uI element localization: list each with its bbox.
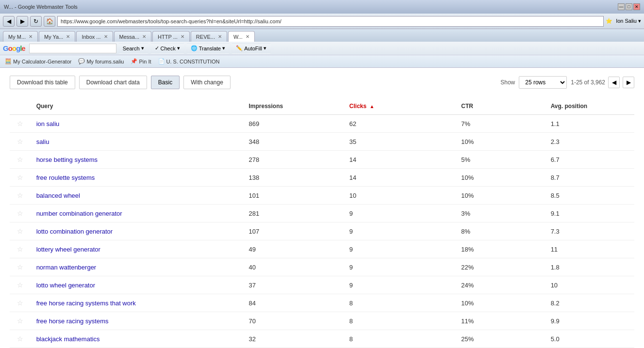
impressions-cell: 37	[243, 276, 343, 294]
query-cell: norman wattenberger	[31, 258, 243, 276]
tab-close-icon[interactable]: ✕	[104, 34, 108, 39]
google-logo: Google	[3, 44, 25, 52]
browser-search-input[interactable]	[29, 44, 116, 53]
bookmark-forums[interactable]: 💬 My forums.saliu	[76, 57, 126, 65]
star-icon[interactable]: ☆	[17, 227, 23, 235]
ctr-cell: 10%	[455, 169, 545, 187]
avg-position-cell: 5.0	[545, 330, 634, 348]
query-link[interactable]: free roulette systems	[36, 174, 95, 181]
home-button[interactable]: 🏠	[44, 16, 55, 27]
bookmark-pinit[interactable]: 📌 Pin It	[129, 57, 153, 65]
title-bar: W... - Google Webmaster Tools — □ ✕	[0, 0, 644, 14]
maximize-button[interactable]: □	[626, 3, 632, 10]
query-link[interactable]: ion saliu	[36, 120, 60, 127]
star-icon[interactable]: ☆	[17, 317, 23, 325]
download-table-button[interactable]: Download this table	[10, 76, 75, 89]
star-icon[interactable]: ☆	[17, 174, 23, 181]
query-link[interactable]: free horse racing systems	[36, 317, 109, 325]
bookmark-constitution[interactable]: 📄 U. S. CONSTITUTION	[156, 57, 222, 65]
tab-close-icon[interactable]: ✕	[246, 34, 249, 39]
minimize-button[interactable]: —	[618, 3, 625, 10]
avg-position-header: Avg. position	[545, 98, 634, 115]
basic-mode-button[interactable]: Basic	[151, 76, 180, 89]
forums-icon: 💬	[78, 58, 85, 64]
address-bar[interactable]: https://www.google.com/webmasters/tools/…	[57, 16, 604, 27]
query-link[interactable]: horse betting systems	[36, 156, 98, 163]
star-icon[interactable]: ☆	[17, 263, 23, 271]
clicks-cell: 10	[344, 187, 455, 205]
calculator-icon: 🧮	[5, 58, 12, 64]
impressions-cell: 32	[243, 330, 343, 348]
tab-w[interactable]: W...✕	[228, 31, 255, 42]
query-link[interactable]: balanced wheel	[36, 192, 80, 199]
star-icon[interactable]: ☆	[17, 120, 23, 127]
bookmark-label: My Calculator-Generator	[13, 59, 71, 64]
autofill-button[interactable]: ✏️ AutoFill ▾	[231, 43, 271, 54]
clicks-cell: 9	[344, 240, 455, 258]
query-link[interactable]: number combination generator	[36, 210, 122, 217]
download-chart-button[interactable]: Download chart data	[79, 76, 147, 89]
browser-toolbar: Google Search▾ ✓ Check ▾ 🌐 Translate ▾ ✏…	[0, 42, 644, 55]
avg-position-cell: 6.7	[545, 151, 634, 169]
query-link[interactable]: blackjack mathematics	[36, 335, 100, 343]
favorites-star[interactable]: ⭐	[606, 18, 612, 24]
clicks-cell: 14	[344, 169, 455, 187]
star-icon[interactable]: ☆	[17, 156, 23, 163]
tab-myya[interactable]: My Ya...✕	[39, 31, 75, 42]
star-icon[interactable]: ☆	[17, 299, 23, 307]
bookmark-calculator[interactable]: 🧮 My Calculator-Generator	[3, 57, 73, 65]
star-icon[interactable]: ☆	[17, 191, 23, 199]
query-link[interactable]: saliu	[36, 138, 50, 145]
tab-http[interactable]: HTTP ...✕	[152, 31, 190, 42]
tab-label: Messa...	[119, 34, 140, 40]
tab-close-icon[interactable]: ✕	[142, 34, 146, 39]
search-button[interactable]: Search▾	[118, 43, 149, 54]
clicks-cell: 62	[344, 115, 455, 133]
next-page-button[interactable]: ▶	[623, 77, 634, 88]
tab-reve[interactable]: REVE...✕	[191, 31, 227, 42]
with-change-mode-button[interactable]: With change	[183, 76, 231, 89]
tab-close-icon[interactable]: ✕	[66, 34, 70, 39]
check-button[interactable]: ✓ Check ▾	[150, 43, 184, 54]
star-icon[interactable]: ☆	[17, 281, 23, 289]
tab-close-icon[interactable]: ✕	[181, 34, 184, 39]
pin-icon: 📌	[131, 58, 137, 64]
rows-per-page-select[interactable]: 25 rows 10 rows 50 rows 100 rows	[519, 76, 567, 89]
star-icon[interactable]: ☆	[17, 335, 23, 343]
star-icon[interactable]: ☆	[17, 209, 23, 217]
tab-close-icon[interactable]: ✕	[29, 34, 33, 39]
star-cell: ☆	[10, 169, 31, 187]
table-row: ☆ horse betting systems 278 14 5% 6.7	[10, 151, 634, 169]
ctr-cell: 7%	[455, 115, 545, 133]
clicks-header[interactable]: Clicks ▲	[344, 98, 455, 115]
star-cell: ☆	[10, 258, 31, 276]
clicks-cell: 8	[344, 294, 455, 312]
query-link[interactable]: lotto combination generator	[36, 228, 113, 235]
impressions-cell: 348	[243, 133, 343, 151]
clicks-cell: 14	[344, 151, 455, 169]
star-cell: ☆	[10, 222, 31, 240]
prev-page-button[interactable]: ◀	[608, 77, 620, 88]
user-account[interactable]: Ion Saliu ▾	[616, 18, 641, 24]
query-link[interactable]: norman wattenberger	[36, 264, 97, 271]
tab-close-icon[interactable]: ✕	[218, 34, 222, 39]
impressions-cell: 40	[243, 258, 343, 276]
close-button[interactable]: ✕	[633, 3, 640, 10]
tab-inbox[interactable]: Inbox ...✕	[76, 31, 113, 42]
impressions-cell: 84	[243, 294, 343, 312]
back-button[interactable]: ◀	[3, 16, 15, 27]
address-text: https://www.google.com/webmasters/tools/…	[61, 18, 600, 24]
tab-mym[interactable]: My M...✕	[3, 31, 38, 42]
forward-button[interactable]: ▶	[17, 16, 28, 27]
star-icon[interactable]: ☆	[17, 245, 23, 253]
translate-button[interactable]: 🌐 Translate ▾	[186, 43, 230, 54]
query-link[interactable]: lotto wheel generator	[36, 282, 95, 289]
query-link[interactable]: lottery wheel generator	[36, 246, 100, 253]
avg-position-cell: 10	[545, 276, 634, 294]
refresh-button[interactable]: ↻	[30, 16, 42, 27]
tab-messa[interactable]: Messa...✕	[114, 31, 152, 42]
star-icon[interactable]: ☆	[17, 138, 23, 145]
ctr-cell: 18%	[455, 240, 545, 258]
query-link[interactable]: free horse racing systems that work	[36, 300, 136, 307]
star-cell: ☆	[10, 205, 31, 222]
